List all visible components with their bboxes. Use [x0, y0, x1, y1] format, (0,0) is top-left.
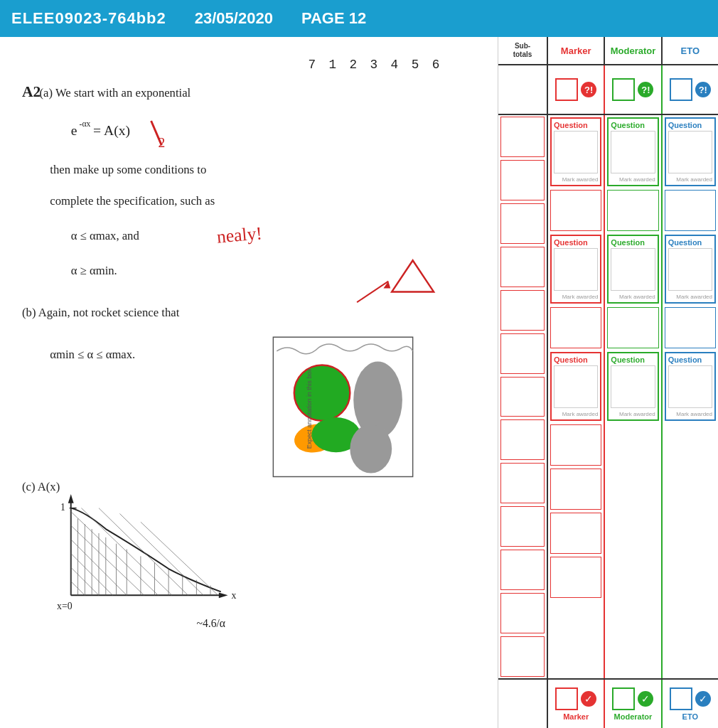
bottom-row: ✓ Marker ✓ Moderator ✓ ETO — [498, 678, 718, 728]
svg-text:x: x — [231, 590, 236, 601]
svg-text:= A(x): = A(x) — [93, 123, 130, 139]
marker-small-box-6[interactable] — [550, 557, 601, 598]
subtotal-box-4[interactable] — [500, 247, 545, 287]
svg-text:~4.6/α: ~4.6/α — [196, 617, 225, 629]
top-eto-cell: ?! — [663, 65, 718, 114]
marker-small-box-2[interactable] — [550, 307, 601, 348]
subtotal-box-2[interactable] — [500, 160, 545, 200]
eto-question-badge[interactable]: ?! — [695, 82, 711, 97]
page-number: PAGE 12 — [301, 9, 366, 28]
svg-text:(b) Again, not rocket science : (b) Again, not rocket science that — [22, 306, 180, 319]
marker-checkbox[interactable] — [555, 78, 578, 101]
moderator-q1-input[interactable] — [611, 131, 655, 173]
bottom-eto-label: ETO — [682, 712, 698, 721]
marker-small-box-1[interactable] — [550, 190, 601, 231]
eto-q2-input[interactable] — [668, 248, 712, 291]
subtotal-box-7[interactable] — [500, 377, 545, 417]
eto-column: Question Mark awarded Question Mark awar… — [663, 115, 718, 678]
moderator-q3-input[interactable] — [611, 365, 655, 408]
bottom-eto-cell: ✓ ETO — [663, 680, 718, 728]
eto-question-block-1: Question Mark awarded — [665, 117, 716, 186]
marker-question-badge[interactable]: ?! — [581, 82, 596, 97]
svg-text:(a) We start with an exponenti: (a) We start with an exponential — [40, 86, 191, 100]
bottom-eto-checkmark[interactable]: ✓ — [695, 691, 711, 707]
moderator-question-block-1: Question Mark awarded — [607, 117, 658, 186]
bottom-marker-label: Marker — [563, 712, 589, 721]
svg-text:-αx: -αx — [80, 119, 91, 129]
top-subtotal-cell — [498, 65, 548, 114]
bottom-moderator-cell: ✓ Moderator — [605, 680, 662, 728]
marker-small-box-3[interactable] — [550, 424, 601, 466]
moderator-question-badge[interactable]: ?! — [638, 82, 653, 97]
eto-small-box-1[interactable] — [665, 190, 716, 231]
bottom-eto-checkbox[interactable] — [670, 687, 692, 710]
svg-text:nealy!: nealy! — [216, 223, 263, 247]
moderator-small-box-2[interactable] — [607, 307, 658, 348]
svg-text:(c) A(x): (c) A(x) — [22, 480, 60, 493]
moderator-empty-3 — [607, 513, 658, 554]
svg-text:e: e — [71, 123, 77, 138]
marker-q3-input[interactable] — [554, 365, 598, 408]
top-marker-cell: ?! — [548, 65, 605, 114]
subtotals-header: Sub-totals — [498, 37, 548, 64]
header: ELEE09023-764bb2 23/05/2020 PAGE 12 — [0, 0, 718, 37]
moderator-column: Question Mark awarded Question Mark awar… — [605, 115, 662, 678]
bottom-marker-cell: ✓ Marker — [548, 680, 605, 728]
subtotal-box-3[interactable] — [500, 203, 545, 244]
subtotal-box-8[interactable] — [500, 419, 545, 460]
subtotal-box-9[interactable] — [500, 463, 545, 503]
moderator-question-block-3: Question Mark awarded — [607, 352, 658, 421]
eto-question-block-3: Question Mark awarded — [665, 352, 716, 421]
marker-question-block-3: Question Mark awarded — [550, 352, 601, 421]
bottom-marker-checkmark[interactable]: ✓ — [581, 691, 596, 707]
bottom-moderator-checkmark[interactable]: ✓ — [638, 691, 653, 707]
column-headers: Sub-totals Marker Moderator ETO — [498, 37, 718, 65]
subtotal-box-12[interactable] — [500, 593, 545, 633]
svg-point-19 — [294, 365, 350, 421]
svg-line-55 — [119, 514, 203, 596]
marker-q2-input[interactable] — [554, 248, 598, 291]
eto-empty-3 — [665, 513, 716, 554]
svg-marker-29 — [219, 592, 228, 598]
top-moderator-cell: ?! — [605, 65, 662, 114]
bottom-moderator-checkbox[interactable] — [612, 687, 635, 710]
subtotals-column — [498, 115, 548, 678]
moderator-empty-4 — [607, 557, 658, 598]
marker-q1-input[interactable] — [554, 131, 598, 173]
svg-text:A2: A2 — [22, 83, 41, 100]
svg-text:complete the specification, su: complete the specification, such as — [50, 194, 215, 208]
moderator-q2-input[interactable] — [611, 248, 655, 291]
subtotal-box-11[interactable] — [500, 550, 545, 590]
svg-line-54 — [99, 508, 188, 596]
eto-q3-input[interactable] — [668, 365, 712, 408]
subtotal-box-1[interactable] — [500, 117, 545, 157]
subtotal-box-10[interactable] — [500, 506, 545, 547]
svg-text:α ≥ αmin.: α ≥ αmin. — [71, 264, 117, 277]
eto-q1-input[interactable] — [668, 131, 712, 173]
svg-marker-14 — [392, 260, 434, 291]
subtotal-box-6[interactable] — [500, 333, 545, 374]
bottom-marker-checkbox[interactable] — [555, 687, 578, 710]
eto-header: ETO — [663, 37, 718, 64]
eto-question-block-2: Question Mark awarded — [665, 235, 716, 304]
subtotal-box-5[interactable] — [500, 290, 545, 331]
svg-line-51 — [71, 525, 144, 595]
moderator-header: Moderator — [605, 37, 662, 64]
moderator-checkbox[interactable] — [612, 78, 635, 101]
bottom-subtotal-cell — [498, 680, 548, 728]
eto-checkbox[interactable] — [670, 78, 692, 101]
svg-text:2: 2 — [158, 135, 165, 150]
svg-text:7 1 2 3 4 5 6: 7 1 2 3 4 5 6 — [308, 58, 442, 72]
rows-area: Question Mark awarded Question Mark awar… — [498, 115, 718, 678]
subtotal-box-13[interactable] — [500, 636, 545, 677]
eto-empty-1 — [665, 424, 716, 466]
bottom-moderator-label: Moderator — [614, 712, 653, 721]
svg-text:x=0: x=0 — [57, 601, 73, 611]
right-panel: Sub-totals Marker Moderator ETO ?! ?! ?! — [498, 37, 718, 728]
exam-date: 23/05/2020 — [195, 9, 273, 28]
eto-small-box-2[interactable] — [665, 307, 716, 348]
marker-small-box-5[interactable] — [550, 513, 601, 554]
moderator-small-box-1[interactable] — [607, 190, 658, 231]
marker-small-box-4[interactable] — [550, 469, 601, 510]
moderator-empty-1 — [607, 424, 658, 466]
